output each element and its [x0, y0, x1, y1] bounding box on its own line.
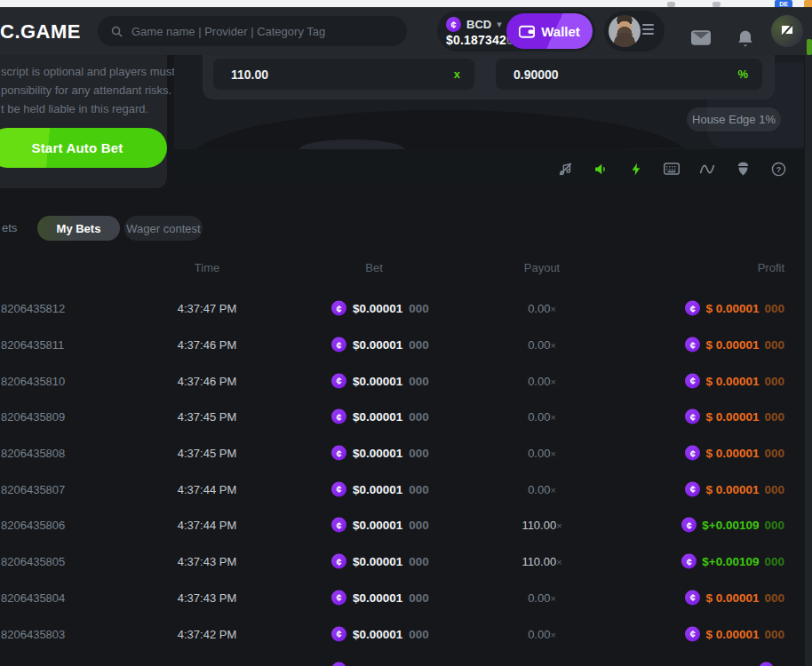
col-time: Time — [133, 261, 281, 274]
house-edge-badge: House Edge 1% — [687, 107, 781, 131]
hotkeys-keyboard-icon[interactable] — [664, 161, 680, 177]
bet-payout: 0.00× — [480, 410, 604, 424]
browser-toolbar-edge: DE — [0, 0, 812, 7]
help-icon[interactable]: ? — [770, 161, 786, 177]
bet-profit: ¢ $ 0.00001000 — [685, 590, 784, 605]
multiplier-suffix-icon: x — [454, 67, 460, 81]
bet-id: 8206435809 — [1, 410, 65, 424]
bcd-coin-icon: ¢ — [685, 409, 700, 424]
bet-profit: ¢ $ 0.00001000 — [685, 373, 784, 388]
browser-extension-icon[interactable] — [804, 0, 812, 7]
bet-profit: ¢ $ 0.00001000 — [685, 409, 784, 424]
bcd-coin-icon: ¢ — [446, 17, 461, 32]
bet-id: 8206435806 — [1, 519, 65, 532]
bet-amount: ¢ $0.00001000 — [331, 590, 429, 605]
bet-amount: ¢ $0.00001000 — [331, 626, 429, 641]
bet-id: 8206435805 — [1, 555, 65, 568]
browser-extension-de-badge[interactable]: DE — [775, 0, 792, 7]
bcd-coin-icon: ¢ — [681, 554, 697, 569]
bet-id: 8206435810 — [1, 374, 65, 387]
game-toolbar: ? — [174, 149, 804, 188]
table-row[interactable]: 8206435803 4:37:42 PM ¢ $0.00001000 0.00… — [0, 615, 812, 652]
bcd-coin-icon: ¢ — [331, 446, 346, 461]
bet-id: 8206435804 — [1, 591, 65, 604]
tab-all-bets[interactable]: ets — [2, 221, 17, 234]
col-payout: Payout — [480, 261, 604, 274]
game-search[interactable] — [98, 16, 407, 46]
bet-profit: ¢ $ 0.00001000 — [685, 301, 784, 316]
col-profit: Profit — [758, 261, 784, 274]
win-chance-input[interactable]: 0.90000 % — [496, 59, 762, 90]
bet-time: 4:37:44 PM — [133, 519, 281, 532]
bcd-coin-icon: ¢ — [759, 662, 774, 666]
bcd-coin-icon: ¢ — [685, 301, 700, 316]
wallet-button[interactable]: Wallet — [506, 13, 593, 49]
bet-id: 8206435812 — [1, 302, 65, 315]
table-row[interactable]: 8206435804 4:37:43 PM ¢ $0.00001000 0.00… — [0, 580, 812, 616]
currency-selector[interactable]: ¢ BCD ▾ $0.18734200 Wallet — [437, 11, 595, 52]
game-area: 110.00 x 0.90000 % House Edge 1% — [174, 55, 804, 188]
script-disclaimer: script is optional and players must take… — [1, 62, 200, 118]
table-row[interactable]: 8206435811 4:37:46 PM ¢ $0.00001000 0.00… — [0, 327, 812, 363]
bet-time: 4:37:43 PM — [133, 591, 281, 604]
bcd-coin-icon: ¢ — [331, 373, 346, 388]
table-row[interactable]: 8206435809 4:37:45 PM ¢ $0.00001000 0.00… — [0, 399, 812, 435]
bcd-coin-icon: ¢ — [685, 446, 700, 461]
bet-payout: 110.00× — [480, 519, 604, 532]
bet-profit: ¢ $+0.00109000 — [681, 518, 784, 533]
seeds-icon[interactable] — [735, 161, 751, 177]
table-row[interactable]: ¢ × ¢ — [0, 652, 812, 666]
bet-amount: ¢ $0.00001000 — [331, 409, 429, 424]
sound-on-icon[interactable] — [593, 161, 609, 177]
table-row[interactable]: 8206435805 4:37:43 PM ¢ $0.00001000 110.… — [0, 543, 812, 580]
table-row[interactable]: 8206435807 4:37:44 PM ¢ $0.00001000 0.00… — [0, 471, 812, 507]
chat-toggle[interactable] — [771, 15, 803, 47]
table-row[interactable]: 8206435812 4:37:47 PM ¢ $0.00001000 0.00… — [0, 290, 812, 327]
bet-amount: ¢ $0.00001000 — [331, 373, 429, 388]
bcd-coin-icon: ¢ — [331, 409, 346, 424]
payout-multiplier-input[interactable]: 110.00 x — [213, 59, 474, 90]
bcd-coin-icon: ¢ — [331, 481, 346, 496]
bcd-coin-icon: ¢ — [331, 337, 346, 353]
wallet-icon — [519, 24, 535, 38]
tab-wager-contest[interactable]: Wager contest — [124, 216, 203, 241]
auto-bet-sidebar: script is optional and players must take… — [0, 55, 167, 188]
messages-icon[interactable] — [691, 30, 711, 45]
bcd-coin-icon: ¢ — [685, 626, 700, 641]
bet-payout: 0.00× — [480, 591, 604, 604]
profile-menu-icon — [642, 28, 654, 30]
bet-amount: ¢ $0.00001000 — [331, 446, 429, 461]
search-icon — [110, 25, 123, 38]
bet-payout: 0.00× — [480, 482, 604, 496]
bet-time: 4:37:43 PM — [133, 555, 281, 568]
bet-time: 4:37:45 PM — [133, 447, 281, 460]
profile-menu[interactable] — [604, 11, 665, 52]
bet-profit: ¢ $ 0.00001000 — [685, 481, 784, 496]
tab-my-bets[interactable]: My Bets — [37, 216, 120, 241]
bet-payout: 0.00× — [480, 374, 604, 387]
start-auto-bet-button[interactable]: Start Auto Bet — [0, 128, 167, 168]
bet-payout: 0.00× — [480, 302, 604, 315]
notifications-bell-icon[interactable] — [737, 30, 753, 47]
bcd-coin-icon: ¢ — [331, 301, 346, 316]
bet-id: 8206435811 — [1, 338, 64, 352]
bet-payout: 0.00× — [480, 627, 604, 640]
bet-time: 4:37:46 PM — [133, 374, 281, 387]
bet-profit: ¢ $ 0.00001000 — [685, 446, 784, 461]
live-stats-icon[interactable] — [699, 161, 715, 177]
bet-profit: ¢ $ 0.00001000 — [685, 626, 784, 641]
site-logo[interactable]: C.GAME — [0, 20, 81, 44]
music-off-icon[interactable] — [557, 161, 573, 177]
bet-time: 4:37:47 PM — [133, 302, 281, 315]
table-row[interactable]: 8206435810 4:37:46 PM ¢ $0.00001000 0.00… — [0, 362, 812, 399]
table-row[interactable]: 8206435808 4:37:45 PM ¢ $0.00001000 0.00… — [0, 435, 812, 472]
bet-time: 4:37:45 PM — [133, 410, 281, 424]
search-input[interactable] — [131, 25, 394, 38]
table-row[interactable]: 8206435806 4:37:44 PM ¢ $0.00001000 110.… — [0, 507, 812, 543]
chat-off-icon — [779, 23, 795, 39]
bcd-coin-icon: ¢ — [331, 554, 346, 569]
quick-bet-bolt-icon[interactable] — [628, 161, 644, 177]
scrollbar[interactable] — [805, 55, 812, 666]
avatar[interactable] — [609, 15, 641, 47]
bet-profit: ¢ $+0.00109000 — [681, 554, 784, 569]
